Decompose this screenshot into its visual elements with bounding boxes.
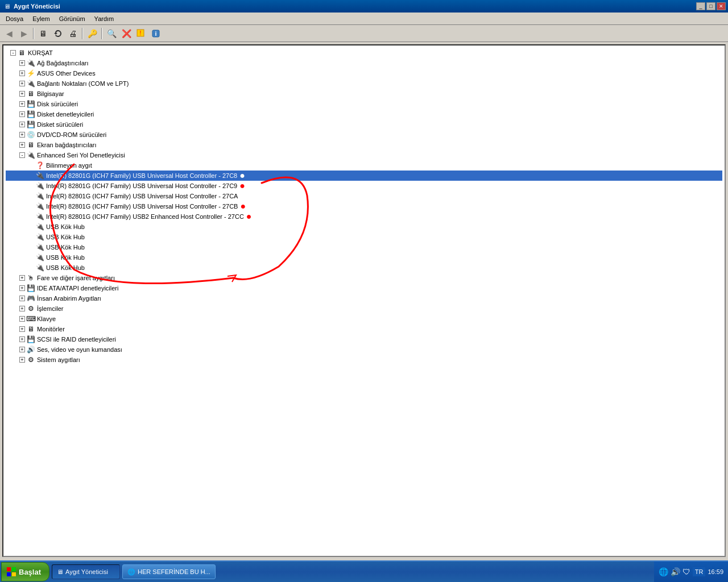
asus-expand[interactable]: + — [19, 70, 25, 76]
tree-item-hub5[interactable]: 🔌 USB Kök Hub — [6, 263, 722, 273]
close-button[interactable]: ✕ — [717, 2, 726, 10]
usb4-label: Intel(R) 82801G (ICH7 Family) USB Univer… — [46, 203, 238, 210]
ekran-label: Ekran bağdaştırıcıları — [37, 142, 97, 148]
tree-item-enhanced[interactable]: - 🔌 Enhanced Seri Yol Denetleyicisi — [6, 150, 722, 160]
start-label: Başlat — [19, 568, 41, 576]
usb2-error: ● — [239, 181, 245, 191]
tree-item-hub1[interactable]: 🔌 USB Kök Hub — [6, 222, 722, 232]
tree-item-disk1[interactable]: + 💾 Disk sürücüleri — [6, 99, 722, 109]
toolbar-sep3 — [101, 28, 102, 39]
sistem-expand[interactable]: + — [19, 357, 25, 363]
tree-root[interactable]: - 🖥 KÜRŞAT — [6, 48, 722, 58]
disk2-expand[interactable]: + — [19, 111, 25, 117]
tree-item-ses[interactable]: + 🔊 Ses, video ve oyun kumandası — [6, 344, 722, 355]
tree-item-usb3[interactable]: 🔌 Intel(R) 82801G (ICH7 Family) USB Univ… — [6, 191, 722, 201]
remove-button[interactable]: ❌ — [119, 27, 133, 40]
tray-security-icon: 🛡 — [682, 567, 690, 576]
tree-item-ide[interactable]: + 💾 IDE ATA/ATAPI denetleyicileri — [6, 283, 722, 293]
tree-item-baglanti[interactable]: + 🔌 Bağlantı Noktaları (COM ve LPT) — [6, 78, 722, 89]
hub4-label: USB Kök Hub — [46, 254, 85, 261]
device-manager-tree[interactable]: - 🖥 KÜRŞAT + 🔌 Ağ Bağdaştırıcıları + ⚡ A… — [2, 44, 726, 557]
refresh-button[interactable] — [51, 27, 65, 40]
svg-rect-7 — [12, 572, 16, 576]
enhanced-label: Enhanced Seri Yol Denetleyicisi — [37, 152, 125, 159]
tree-item-hub4[interactable]: 🔌 USB Kök Hub — [6, 252, 722, 263]
hub3-icon: 🔌 — [35, 243, 44, 252]
taskbar-browser[interactable]: 🌐 HER SEFERİNDE BU H... — [122, 564, 216, 579]
tree-item-usb5[interactable]: 🔌 Intel(R) 82801G (ICH7 Family) USB2 Enh… — [6, 211, 722, 222]
tree-item-fare[interactable]: + 🖱 Fare ve diğer işaret aygıtları — [6, 273, 722, 283]
insan-expand[interactable]: + — [19, 296, 25, 301]
tree-item-hub2[interactable]: 🔌 USB Kök Hub — [6, 232, 722, 242]
delete-button[interactable]: ! — [134, 27, 148, 40]
tree-item-ag[interactable]: + 🔌 Ağ Bağdaştırıcıları — [6, 58, 722, 68]
fare-expand[interactable]: + — [19, 275, 25, 281]
svg-rect-4 — [7, 567, 11, 571]
tree-item-bilinmeyen[interactable]: ❓ Bilinmeyen aygıt — [6, 160, 722, 171]
tree-item-monitor[interactable]: + 🖥 Monitörler — [6, 324, 722, 334]
islemci-expand[interactable]: + — [19, 306, 25, 311]
monitor-expand[interactable]: + — [19, 326, 25, 332]
bilinmeyen-label: Bilinmeyen aygıt — [46, 162, 92, 169]
root-expand[interactable]: - — [10, 50, 16, 56]
title-bar: 🖥 Aygıt Yöneticisi _ □ ✕ — [0, 0, 728, 13]
dvd-expand[interactable]: + — [19, 132, 25, 138]
tree-item-klavye[interactable]: + ⌨ Klavye — [6, 314, 722, 324]
language-indicator[interactable]: TR — [693, 567, 706, 576]
back-button[interactable]: ◀ — [2, 27, 16, 40]
hub3-label: USB Kök Hub — [46, 244, 85, 251]
ekran-expand[interactable]: + — [19, 142, 25, 148]
menu-yardim[interactable]: Yardım — [90, 14, 119, 23]
tree-item-insan[interactable]: + 🎮 İnsan Arabirim Aygıtları — [6, 293, 722, 304]
forward-button[interactable]: ▶ — [17, 27, 31, 40]
tree-item-islemci[interactable]: + ⚙ İşlemciler — [6, 304, 722, 314]
ag-expand[interactable]: + — [19, 60, 25, 66]
tree-item-usb1[interactable]: 🔌 Intel(R) 82801G (ICH7 Family) USB Univ… — [6, 171, 722, 181]
klavye-icon: ⌨ — [26, 314, 35, 323]
bilgisayar-expand[interactable]: + — [19, 91, 25, 97]
maximize-button[interactable]: □ — [706, 2, 715, 10]
tree-item-sistem[interactable]: + ⚙ Sistem aygıtları — [6, 355, 722, 365]
tree-item-ekran[interactable]: + 🖥 Ekran bağdaştırıcıları — [6, 140, 722, 150]
insan-icon: 🎮 — [26, 294, 35, 303]
disk3-label: Disket sürücüleri — [37, 121, 83, 128]
tree-item-usb4[interactable]: 🔌 Intel(R) 82801G (ICH7 Family) USB Univ… — [6, 201, 722, 211]
ide-expand[interactable]: + — [19, 285, 25, 291]
tree-item-asus[interactable]: + ⚡ ASUS Other Devices — [6, 68, 722, 78]
computer-button[interactable]: 🖥 — [36, 27, 50, 40]
properties-button[interactable]: i — [149, 27, 163, 40]
start-button[interactable]: Başlat — [1, 562, 49, 581]
help-button[interactable]: 🔑 — [85, 27, 99, 40]
islemci-icon: ⚙ — [26, 304, 35, 313]
disk3-expand[interactable]: + — [19, 122, 25, 127]
tree-item-dvd[interactable]: + 💿 DVD/CD-ROM sürücüleri — [6, 130, 722, 140]
computer-icon: 🖥 — [17, 48, 26, 57]
baglanti-expand[interactable]: + — [19, 81, 25, 86]
usb3-icon: 🔌 — [35, 192, 44, 201]
dvd-label: DVD/CD-ROM sürücüleri — [37, 131, 106, 138]
scsi-expand[interactable]: + — [19, 336, 25, 342]
tree-item-bilgisayar[interactable]: + 🖥 Bilgisayar — [6, 89, 722, 99]
tree-item-disk3[interactable]: + 💾 Disket sürücüleri — [6, 119, 722, 130]
taskbar-browser-label: HER SEFERİNDE BU H... — [138, 568, 210, 575]
tree-container: - 🖥 KÜRŞAT + 🔌 Ağ Bağdaştırıcıları + ⚡ A… — [3, 45, 725, 367]
taskbar-device-manager[interactable]: 🖥 Aygıt Yöneticisi — [52, 564, 120, 579]
hub1-label: USB Kök Hub — [46, 223, 85, 230]
monitor-icon: 🖥 — [26, 325, 35, 334]
minimize-button[interactable]: _ — [696, 2, 705, 10]
taskbar-area: 🖥 Aygıt Yöneticisi 🌐 HER SEFERİNDE BU H.… — [49, 562, 654, 582]
menu-dosya[interactable]: Dosya — [1, 14, 28, 23]
tree-item-usb2[interactable]: 🔌 Intel(R) 82801G (ICH7 Family) USB Univ… — [6, 181, 722, 191]
disk1-icon: 💾 — [26, 99, 35, 109]
tree-item-hub3[interactable]: 🔌 USB Kök Hub — [6, 242, 722, 252]
search-button[interactable]: 🔍 — [105, 27, 118, 40]
ses-expand[interactable]: + — [19, 347, 25, 352]
tree-item-scsi[interactable]: + 💾 SCSI ile RAID denetleyicileri — [6, 334, 722, 344]
menu-gorunum[interactable]: Görünüm — [55, 14, 90, 23]
enhanced-expand[interactable]: - — [19, 152, 25, 158]
disk1-expand[interactable]: + — [19, 101, 25, 107]
menu-eylem[interactable]: Eylem — [28, 14, 55, 23]
print-button[interactable]: 🖨 — [66, 27, 80, 40]
tree-item-disk2[interactable]: + 💾 Disket denetleyicileri — [6, 109, 722, 119]
klavye-expand[interactable]: + — [19, 316, 25, 322]
